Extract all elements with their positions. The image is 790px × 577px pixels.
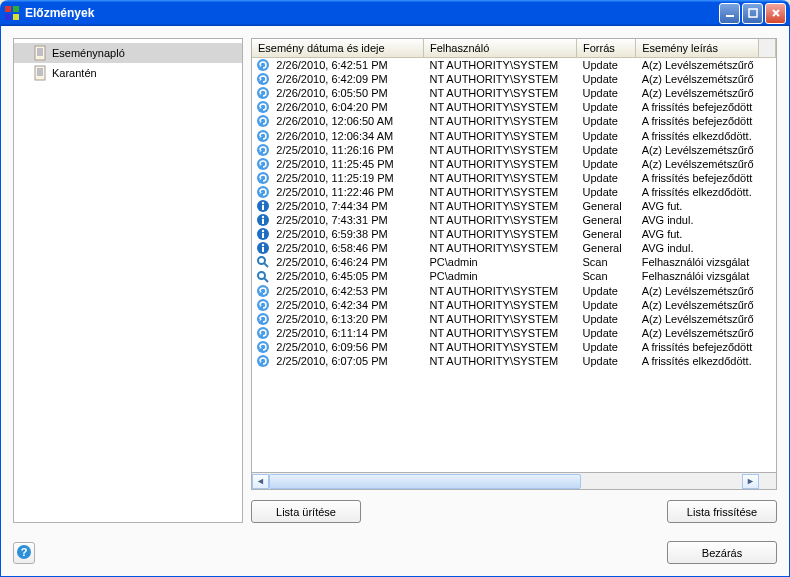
cell-user: NT AUTHORITY\SYSTEM (423, 241, 576, 255)
cell-desc: A frissítés elkezdődött. (636, 354, 758, 368)
cell-source: General (577, 199, 636, 213)
titlebar[interactable]: Előzmények (0, 0, 790, 26)
table-row[interactable]: 2/25/2010, 6:45:05 PMPC\adminScanFelhasz… (252, 269, 776, 283)
sidebar-item-event-log[interactable]: Eseménynapló (14, 43, 242, 63)
table-row[interactable]: 2/25/2010, 11:22:46 PMNT AUTHORITY\SYSTE… (252, 185, 776, 199)
clear-list-button[interactable]: Lista ürítése (251, 500, 361, 523)
cell-desc: A(z) Levélszemétszűrő (636, 326, 758, 340)
svg-point-45 (257, 327, 269, 339)
horizontal-scrollbar[interactable]: ◄ ► (251, 473, 777, 490)
row-icon (252, 255, 270, 269)
cell-user: NT AUTHORITY\SYSTEM (423, 199, 576, 213)
row-icon (252, 326, 270, 340)
svg-rect-2 (5, 14, 11, 20)
cell-user: NT AUTHORITY\SYSTEM (423, 227, 576, 241)
cell-source: Update (577, 86, 636, 100)
table-row[interactable]: 2/25/2010, 6:42:34 PMNT AUTHORITY\SYSTEM… (252, 298, 776, 312)
svg-point-23 (257, 158, 269, 170)
maximize-button[interactable] (742, 3, 763, 24)
table-row[interactable]: 2/25/2010, 6:59:38 PMNT AUTHORITY\SYSTEM… (252, 227, 776, 241)
col-source[interactable]: Forrás (577, 39, 636, 58)
scroll-right-icon[interactable]: ► (742, 474, 759, 489)
close-window-button[interactable] (765, 3, 786, 24)
row-icon (252, 58, 270, 73)
cell-user: NT AUTHORITY\SYSTEM (423, 143, 576, 157)
col-desc[interactable]: Esemény leírás (636, 39, 758, 58)
cell-user: NT AUTHORITY\SYSTEM (423, 284, 576, 298)
refresh-list-button[interactable]: Lista frissítése (667, 500, 777, 523)
table-row[interactable]: 2/25/2010, 6:58:46 PMNT AUTHORITY\SYSTEM… (252, 241, 776, 255)
svg-point-21 (257, 130, 269, 142)
svg-point-18 (257, 87, 269, 99)
table-scroll[interactable]: Esemény dátuma és ideje Felhasználó Forr… (252, 39, 776, 472)
table-row[interactable]: 2/25/2010, 11:25:19 PMNT AUTHORITY\SYSTE… (252, 171, 776, 185)
cell-date: 2/25/2010, 6:07:05 PM (270, 354, 423, 368)
sidebar-item-quarantine[interactable]: Karantén (14, 63, 242, 83)
cell-source: Update (577, 143, 636, 157)
cell-date: 2/25/2010, 6:42:53 PM (270, 284, 423, 298)
cell-source: Update (577, 284, 636, 298)
cell-source: Update (577, 354, 636, 368)
cell-date: 2/25/2010, 7:43:31 PM (270, 213, 423, 227)
table-row[interactable]: 2/26/2010, 6:42:51 PMNT AUTHORITY\SYSTEM… (252, 58, 776, 73)
sidebar-item-label: Eseménynapló (52, 47, 125, 59)
cell-desc: AVG indul. (636, 241, 758, 255)
cell-date: 2/25/2010, 7:44:34 PM (270, 199, 423, 213)
col-date[interactable]: Esemény dátuma és ideje (252, 39, 423, 58)
cell-user: NT AUTHORITY\SYSTEM (423, 128, 576, 142)
svg-point-16 (257, 59, 269, 71)
table-row[interactable]: 2/25/2010, 6:13:20 PMNT AUTHORITY\SYSTEM… (252, 312, 776, 326)
table-row[interactable]: 2/26/2010, 12:06:34 AMNT AUTHORITY\SYSTE… (252, 128, 776, 142)
row-icon (252, 241, 270, 255)
row-icon (252, 171, 270, 185)
row-icon (252, 86, 270, 100)
row-icon (252, 100, 270, 114)
table-row[interactable]: 2/25/2010, 6:46:24 PMPC\adminScanFelhasz… (252, 255, 776, 269)
help-button[interactable]: ? (13, 542, 35, 564)
cell-source: Update (577, 312, 636, 326)
cell-source: Update (577, 58, 636, 73)
table-row[interactable]: 2/26/2010, 6:05:50 PMNT AUTHORITY\SYSTEM… (252, 86, 776, 100)
svg-point-22 (257, 144, 269, 156)
hscroll-thumb[interactable] (269, 474, 581, 489)
table-row[interactable]: 2/25/2010, 7:44:34 PMNT AUTHORITY\SYSTEM… (252, 199, 776, 213)
table-row[interactable]: 2/25/2010, 6:11:14 PMNT AUTHORITY\SYSTEM… (252, 326, 776, 340)
document-icon (32, 65, 48, 81)
svg-point-42 (257, 285, 269, 297)
cell-date: 2/25/2010, 6:58:46 PM (270, 241, 423, 255)
table-header-row: Esemény dátuma és ideje Felhasználó Forr… (252, 39, 776, 58)
row-icon (252, 157, 270, 171)
cell-source: Update (577, 298, 636, 312)
col-user[interactable]: Felhasználó (423, 39, 576, 58)
cell-user: NT AUTHORITY\SYSTEM (423, 312, 576, 326)
cell-user: NT AUTHORITY\SYSTEM (423, 58, 576, 73)
cell-desc: A frissítés befejeződött (636, 171, 758, 185)
table-row[interactable]: 2/25/2010, 6:07:05 PMNT AUTHORITY\SYSTEM… (252, 354, 776, 368)
cell-desc: A frissítés befejeződött (636, 100, 758, 114)
cell-source: General (577, 213, 636, 227)
table-row[interactable]: 2/25/2010, 6:42:53 PMNT AUTHORITY\SYSTEM… (252, 284, 776, 298)
svg-point-25 (257, 186, 269, 198)
cell-user: PC\admin (423, 269, 576, 283)
cell-date: 2/26/2010, 6:04:20 PM (270, 100, 423, 114)
table-row[interactable]: 2/25/2010, 7:43:31 PMNT AUTHORITY\SYSTEM… (252, 213, 776, 227)
table-row[interactable]: 2/26/2010, 12:06:50 AMNT AUTHORITY\SYSTE… (252, 114, 776, 128)
table-row[interactable]: 2/26/2010, 6:42:09 PMNT AUTHORITY\SYSTEM… (252, 72, 776, 86)
cell-desc: Felhasználói vizsgálat (636, 255, 758, 269)
cell-desc: A(z) Levélszemétszűrő (636, 284, 758, 298)
scroll-left-icon[interactable]: ◄ (252, 474, 269, 489)
event-table: Esemény dátuma és ideje Felhasználó Forr… (251, 38, 777, 473)
svg-text:?: ? (21, 546, 28, 558)
cell-date: 2/25/2010, 6:59:38 PM (270, 227, 423, 241)
table-row[interactable]: 2/25/2010, 11:26:16 PMNT AUTHORITY\SYSTE… (252, 143, 776, 157)
table-row[interactable]: 2/25/2010, 6:09:56 PMNT AUTHORITY\SYSTEM… (252, 340, 776, 354)
table-row[interactable]: 2/25/2010, 11:25:45 PMNT AUTHORITY\SYSTE… (252, 157, 776, 171)
sidebar: Eseménynapló Karantén (13, 38, 243, 523)
cell-date: 2/25/2010, 6:45:05 PM (270, 269, 423, 283)
svg-point-17 (257, 73, 269, 85)
table-row[interactable]: 2/26/2010, 6:04:20 PMNT AUTHORITY\SYSTEM… (252, 100, 776, 114)
minimize-button[interactable] (719, 3, 740, 24)
row-icon (252, 128, 270, 142)
close-button[interactable]: Bezárás (667, 541, 777, 564)
cell-date: 2/25/2010, 6:13:20 PM (270, 312, 423, 326)
